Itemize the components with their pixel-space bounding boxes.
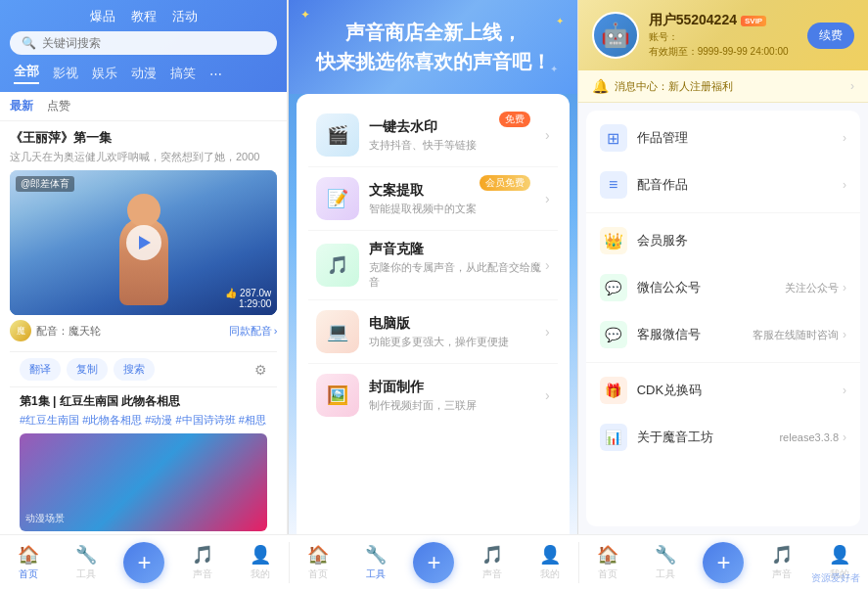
renew-button[interactable]: 续费 (807, 23, 854, 49)
vip-badge: SVIP (741, 16, 766, 26)
voice-label-2: 声音 (482, 567, 502, 581)
add-fab-3[interactable]: + (703, 542, 744, 583)
tab-voice-2[interactable]: 🎵 声音 (473, 544, 512, 581)
about-arrow: › (843, 430, 846, 444)
search-input[interactable] (42, 36, 265, 50)
tools-icon-1: 🔧 (75, 544, 97, 566)
tab-voice-3[interactable]: 🎵 声音 (762, 544, 801, 581)
cat-tab-anime[interactable]: 动漫 (131, 65, 157, 82)
profile-label-2: 我的 (540, 567, 560, 581)
tool-item-voice-clone[interactable]: 🎵 声音克隆 克隆你的专属声音，从此配音交给魔音 › (308, 231, 557, 300)
tool-icon-2: 📝 (316, 177, 359, 220)
tab-voice-1[interactable]: 🎵 声音 (183, 544, 222, 581)
cat-3[interactable]: 活动 (172, 8, 198, 25)
wechat-public-label: 微信公众号 (637, 279, 785, 296)
menu-section-vip: 👑 会员服务 💬 微信公众号 关注公众号 › 💬 客服微信号 客服在线随时咨询 … (586, 213, 860, 363)
profile-icon-1: 👤 (250, 544, 271, 566)
tool-desc-3: 克隆你的专属声音，从此配音交给魔音 (369, 260, 545, 290)
author-name-1: 配音：魔天轮 (36, 324, 101, 339)
profile-label-1: 我的 (251, 567, 270, 581)
hashtag-row: 第1集 | 红豆生南国 此物各相思 #红豆生南国 #此物各相思 #动漫 #中国诗… (10, 387, 277, 433)
cat-tab-ent[interactable]: 娱乐 (92, 65, 117, 82)
subtab-likes[interactable]: 点赞 (47, 98, 70, 114)
vip-label: 会员服务 (637, 232, 846, 249)
menu-item-cdk[interactable]: 🎁 CDK兑换码 › (586, 367, 860, 414)
menu-item-works[interactable]: ⊞ 作品管理 › (586, 114, 860, 161)
tool-icon-1: 🎬 (316, 113, 359, 157)
search-btn[interactable]: 搜索 (114, 358, 155, 381)
home-icon-3: 🏠 (597, 544, 618, 566)
notice-arrow: › (850, 79, 854, 93)
home-icon-1: 🏠 (18, 544, 39, 566)
tools-label-1: 工具 (76, 567, 96, 581)
works-icon: ⊞ (600, 124, 627, 152)
cat-tab-funny[interactable]: 搞笑 (170, 65, 196, 82)
tool-desc-5: 制作视频封面，三联屏 (369, 398, 545, 413)
voice-label-1: 声音 (193, 567, 212, 581)
menu-item-about[interactable]: 📊 关于魔音工坊 release3.3.8 › (586, 414, 860, 461)
home-label-1: 首页 (19, 567, 38, 581)
second-video-card: 动漫场景 (10, 433, 277, 531)
translate-btn[interactable]: 翻译 (20, 358, 61, 381)
tool-item-cover[interactable]: 🖼️ 封面制作 制作视频封面，三联屏 › (308, 364, 557, 427)
tool-name-4: 电脑版 (369, 315, 545, 333)
tools-icon-3: 🔧 (655, 544, 676, 566)
tool-arrow-5: › (545, 387, 550, 403)
notice-bar[interactable]: 🔔 消息中心：新人注册福利 › (578, 70, 868, 103)
cat-tab-more[interactable]: ⋯ (209, 67, 222, 81)
settings-icon[interactable]: ⚙ (254, 362, 267, 378)
tool-badge-2: 会员免费 (480, 175, 530, 191)
tools-row: 翻译 复制 搜索 ⚙ (10, 351, 277, 387)
banner-title-1: 声音商店全新上线， (304, 20, 561, 45)
menu-item-customer[interactable]: 💬 客服微信号 客服在线随时咨询 › (586, 311, 860, 358)
tab-home-2[interactable]: 🏠 首页 (298, 544, 338, 581)
search-bar[interactable]: 🔍 (10, 31, 277, 55)
left-panel: 爆品 教程 活动 🔍 全部 影视 娱乐 动漫 搞笑 ⋯ 最新 (0, 0, 288, 534)
tool-item-watermark[interactable]: 🎬 一键去水印 支持抖音、快手等链接 免费 › (308, 104, 557, 167)
tab-home-1[interactable]: 🏠 首页 (9, 544, 48, 581)
video-label-1: @郎差体育 (16, 176, 74, 192)
tab-group-1: 🏠 首页 🔧 工具 + 🎵 声音 👤 我的 (0, 542, 290, 583)
tool-item-text[interactable]: 📝 文案提取 智能提取视频中的文案 会员免费 › (308, 167, 557, 231)
user-name: 用户55204224 SVIP (649, 12, 798, 29)
tab-tools-3[interactable]: 🔧 工具 (646, 544, 685, 581)
tool-info-5: 封面制作 制作视频封面，三联屏 (369, 379, 545, 413)
works-arrow: › (843, 131, 846, 145)
play-button-1[interactable] (126, 225, 161, 260)
right-panel: 🤖 用户55204224 SVIP 账号： 有效期至：9999-99-99 24… (578, 0, 868, 534)
user-expire: 有效期至：9999-99-99 24:00:00 (649, 45, 798, 59)
tool-item-desktop[interactable]: 💻 电脑版 功能更多更强大，操作更便捷 › (308, 300, 557, 364)
profile-icon-3: 👤 (829, 544, 850, 566)
cat-1[interactable]: 爆品 (90, 8, 115, 25)
tools-label-3: 工具 (656, 567, 675, 581)
tab-profile-1[interactable]: 👤 我的 (241, 544, 280, 581)
video-thumb-1[interactable]: @郎差体育 👍 287.0w 1:29:00 (10, 170, 277, 315)
tool-arrow-2: › (545, 191, 550, 206)
user-info: 用户55204224 SVIP 账号： 有效期至：9999-99-99 24:0… (649, 12, 798, 59)
cat-2[interactable]: 教程 (131, 8, 157, 25)
copy-btn[interactable]: 复制 (67, 358, 108, 381)
top-categories: 爆品 教程 活动 (10, 8, 277, 25)
add-fab-2[interactable]: + (413, 542, 454, 583)
notice-text: 消息中心：新人注册福利 (615, 79, 845, 94)
video-stats-1: 👍 287.0w 1:29:00 (225, 288, 271, 309)
tab-profile-2[interactable]: 👤 我的 (530, 544, 570, 581)
tab-tools-2[interactable]: 🔧 工具 (356, 544, 395, 581)
cat-tab-film[interactable]: 影视 (53, 65, 78, 82)
menu-item-vip[interactable]: 👑 会员服务 (586, 217, 860, 264)
tab-home-3[interactable]: 🏠 首页 (588, 544, 627, 581)
dubbing-label: 配音作品 (637, 176, 843, 194)
second-thumb[interactable]: 动漫场景 (20, 433, 267, 531)
menu-section-works: ⊞ 作品管理 › ≡ 配音作品 › (586, 111, 860, 213)
cat-tab-all[interactable]: 全部 (14, 63, 39, 84)
subtab-new[interactable]: 最新 (10, 98, 33, 114)
tools-icon-2: 🔧 (365, 544, 387, 566)
works-label: 作品管理 (637, 129, 843, 147)
tool-icon-3: 🎵 (316, 244, 359, 287)
dubbing-link-1[interactable]: 同款配音 › (229, 324, 278, 339)
add-fab-1[interactable]: + (123, 542, 164, 583)
menu-item-wechat-public[interactable]: 💬 微信公众号 关注公众号 › (586, 264, 860, 311)
voice-icon-1: 🎵 (192, 544, 213, 566)
tab-tools-1[interactable]: 🔧 工具 (67, 544, 106, 581)
menu-item-dubbing[interactable]: ≡ 配音作品 › (586, 161, 860, 208)
